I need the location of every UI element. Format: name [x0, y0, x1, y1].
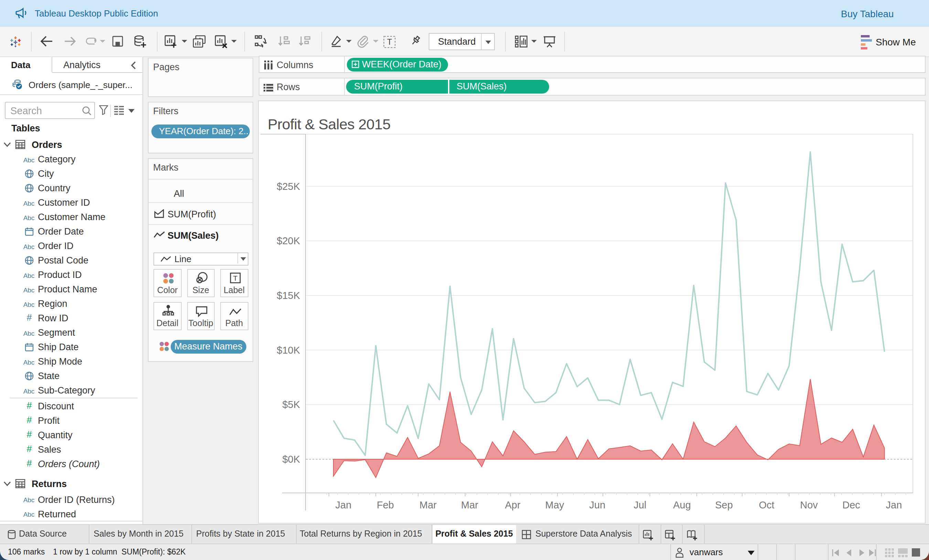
svg-text:$20K: $20K	[277, 235, 300, 246]
svg-text:Feb: Feb	[377, 499, 394, 511]
svg-text:T: T	[233, 274, 238, 282]
svg-text:$0K: $0K	[282, 454, 300, 465]
svg-text:$25K: $25K	[277, 181, 300, 192]
svg-text:Mar: Mar	[419, 499, 437, 511]
svg-text:Aug: Aug	[673, 499, 691, 511]
svg-text:Apr: Apr	[505, 499, 520, 511]
svg-text:Jan: Jan	[886, 499, 902, 511]
svg-text:$5K: $5K	[282, 399, 300, 410]
svg-text:Dec: Dec	[842, 499, 860, 511]
svg-text:May: May	[545, 499, 564, 511]
svg-text:T: T	[387, 37, 392, 46]
svg-text:$10K: $10K	[277, 345, 300, 356]
svg-text:Oct: Oct	[759, 499, 774, 511]
svg-text:Jun: Jun	[589, 499, 606, 511]
svg-text:$15K: $15K	[277, 290, 300, 301]
svg-text:Mar: Mar	[461, 499, 478, 511]
svg-text:Nov: Nov	[800, 499, 818, 511]
svg-text:Sep: Sep	[715, 499, 733, 511]
svg-text:Jul: Jul	[633, 499, 646, 511]
svg-text:Jan: Jan	[336, 499, 352, 511]
